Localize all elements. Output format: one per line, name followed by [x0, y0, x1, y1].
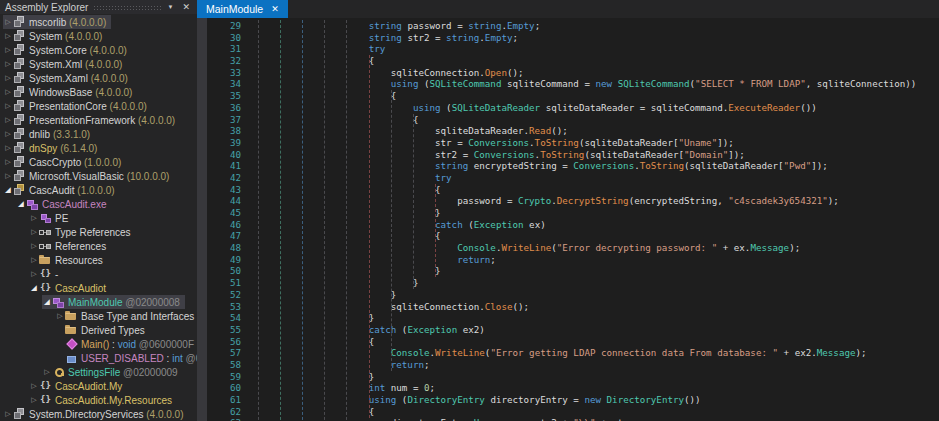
tree-item-content[interactable]: ▷CascAudiot.My.Resources — [29, 393, 177, 407]
tree-item-blank[interactable]: ▷- — [0, 267, 197, 281]
tree-item-presentationframework[interactable]: ▷PresentationFramework (4.0.0.0) — [0, 113, 197, 127]
label-segment: : — [109, 339, 117, 350]
tree-item-content[interactable]: ▷PresentationFramework (4.0.0.0) — [3, 113, 180, 127]
code-token: ( — [396, 394, 407, 405]
tree-item-content[interactable]: ▷Resources — [29, 253, 108, 267]
tree-item-system-xaml[interactable]: ▷System.Xaml (4.0.0.0) — [0, 71, 197, 85]
expander-icon[interactable]: ▷ — [3, 29, 13, 43]
tree-item-cascaudit[interactable]: ◢CascAudit (1.0.0.0) — [0, 183, 197, 197]
tree-item-pe[interactable]: ▷PE — [0, 211, 197, 225]
expander-icon[interactable]: ▷ — [3, 43, 13, 57]
tree-item-content[interactable]: ▷System.DirectoryServices (4.0.0.0) — [3, 407, 189, 421]
tree-item-cascaudiot-my[interactable]: ▷CascAudiot.My — [0, 379, 197, 393]
tree-item-casccrypto[interactable]: ▷CascCrypto (1.0.0.0) — [0, 155, 197, 169]
tree-item-dnspy[interactable]: ▷dnSpy (6.1.4.0) — [0, 141, 197, 155]
tab-close-icon[interactable]: ✕ — [271, 5, 279, 14]
tree-item-content[interactable]: ◢CascAudit.exe — [16, 197, 111, 211]
code-editor[interactable]: 29 string password = string.Empty;30 str… — [197, 18, 939, 421]
expander-icon[interactable]: ◢ — [42, 295, 52, 309]
tree-item-content[interactable]: ▷Type References — [29, 225, 136, 239]
tree-item-microsoft-visualbasic[interactable]: ▷Microsoft.VisualBasic (10.0.0.0) — [0, 169, 197, 183]
tree-item-content[interactable]: ▷System.Xml (4.0.0.0) — [3, 57, 127, 71]
tree-item-content[interactable]: ▷dnlib (3.3.1.0) — [3, 127, 95, 141]
expander-icon[interactable]: ▷ — [29, 393, 39, 407]
tree-item-system-core[interactable]: ▷System.Core (4.0.0.0) — [0, 43, 197, 57]
tree-item-main[interactable]: Main() : void @0600000F — [0, 337, 197, 351]
tree-item-user-disabled[interactable]: USER_DISABLED : int @04 — [0, 351, 197, 365]
expander-icon[interactable]: ◢ — [16, 197, 26, 211]
tree-item-label: System.Xaml (4.0.0.0) — [29, 73, 128, 84]
tree-item-content[interactable]: ▷PE — [29, 211, 73, 225]
tree-item-content[interactable]: ▷Microsoft.VisualBasic (10.0.0.0) — [3, 169, 174, 183]
class-icon — [52, 366, 65, 378]
code-token: directoryEntry. — [258, 417, 474, 421]
tree-item-presentationcore[interactable]: ▷PresentationCore (4.0.0.0) — [0, 99, 197, 113]
tree-item-system[interactable]: ▷System (4.0.0.0) — [0, 29, 197, 43]
expander-icon[interactable]: ▷ — [3, 113, 13, 127]
tree-item-dnlib[interactable]: ▷dnlib (3.3.1.0) — [0, 127, 197, 141]
tree-item-content[interactable]: USER_DISABLED : int @04 — [55, 351, 197, 365]
tree-item-content[interactable]: Derived Types — [55, 323, 150, 337]
expander-icon[interactable]: ▷ — [29, 253, 39, 267]
tree-item-resources[interactable]: ▷Resources — [0, 253, 197, 267]
tree-item-content[interactable]: ▷CascCrypto (1.0.0.0) — [3, 155, 126, 169]
expander-icon[interactable]: ▷ — [3, 57, 13, 71]
panel-menu-caret-icon[interactable]: ▼ — [166, 4, 176, 10]
expander-icon[interactable]: ▷ — [3, 127, 13, 141]
code-token: ( — [418, 78, 429, 89]
tree-item-type-references[interactable]: ▷Type References — [0, 225, 197, 239]
expander-icon[interactable]: ▷ — [3, 15, 13, 29]
tree-item-content[interactable]: ◢MainModule @02000008 — [42, 295, 185, 309]
tree-item-content[interactable]: ▷System (4.0.0.0) — [3, 29, 107, 43]
expander-icon[interactable]: ▷ — [29, 267, 39, 281]
tree-item-references[interactable]: ▷References — [0, 239, 197, 253]
tree-item-content[interactable]: ◢CascAudit (1.0.0.0) — [3, 183, 120, 197]
tree-item-content[interactable]: ▷PresentationCore (4.0.0.0) — [3, 99, 152, 113]
tree-item-content[interactable]: ▷Base Type and Interfaces — [55, 309, 197, 323]
label-segment: (1.0.0.0) — [81, 157, 121, 168]
tree-item-content[interactable]: ▷CascAudiot.My — [29, 379, 127, 393]
expander-icon[interactable]: ▷ — [3, 99, 13, 113]
tree-item-mscorlib[interactable]: ▷mscorlib (4.0.0.0) — [0, 15, 197, 29]
expander-icon[interactable]: ▷ — [29, 211, 39, 225]
expander-icon[interactable]: ▷ — [29, 379, 39, 393]
tree-item-content[interactable]: Main() : void @0600000F — [55, 337, 197, 351]
expander-icon[interactable]: ◢ — [29, 281, 39, 295]
tree-item-content[interactable]: ▷System.Xaml (4.0.0.0) — [3, 71, 133, 85]
expander-icon[interactable]: ▷ — [3, 155, 13, 169]
tree-item-cascaudiot[interactable]: ◢CascAudiot — [0, 281, 197, 295]
expander-icon[interactable]: ▷ — [29, 225, 39, 239]
tree-item-derived-types[interactable]: Derived Types — [0, 323, 197, 337]
tree-item-content[interactable]: ▷WindowsBase (4.0.0.0) — [3, 85, 137, 99]
expander-icon[interactable]: ▷ — [3, 407, 13, 421]
tree-item-content[interactable]: ▷dnSpy (6.1.4.0) — [3, 141, 102, 155]
tree-item-content[interactable]: ▷System.Core (4.0.0.0) — [3, 43, 132, 57]
tree-item-mainmodule[interactable]: ◢MainModule @02000008 — [0, 295, 197, 309]
tree-item-cascaudit-exe[interactable]: ◢CascAudit.exe — [0, 197, 197, 211]
expander-icon[interactable]: ▷ — [42, 365, 52, 379]
expander-icon[interactable]: ▷ — [3, 85, 13, 99]
code-token: = str2 + — [518, 417, 573, 421]
panel-close-icon[interactable]: ✕ — [180, 2, 192, 12]
panel-drag-grip[interactable] — [93, 5, 160, 11]
tree-item-content[interactable]: ◢CascAudiot — [29, 281, 111, 295]
tree-item-content[interactable]: ▷References — [29, 239, 111, 253]
expander-icon[interactable]: ▷ — [3, 169, 13, 183]
tree-item-content[interactable]: ▷mscorlib (4.0.0.0) — [3, 15, 111, 29]
expander-icon[interactable]: ▷ — [29, 239, 39, 253]
tree-item-system-xml[interactable]: ▷System.Xml (4.0.0.0) — [0, 57, 197, 71]
expander-icon[interactable]: ▷ — [3, 71, 13, 85]
tree-item-system-directoryservices[interactable]: ▷System.DirectoryServices (4.0.0.0) — [0, 407, 197, 421]
code-token: { — [258, 90, 396, 101]
tree-item-content[interactable]: ▷SettingsFile @02000009 — [42, 365, 183, 379]
tree-item-windowsbase[interactable]: ▷WindowsBase (4.0.0.0) — [0, 85, 197, 99]
tree-item-cascaudiot-my-resources[interactable]: ▷CascAudiot.My.Resources — [0, 393, 197, 407]
expander-icon[interactable]: ▷ — [3, 141, 13, 155]
code-token: string — [446, 32, 479, 43]
tree-item-content[interactable]: ▷- — [29, 267, 63, 281]
expander-icon[interactable]: ◢ — [3, 183, 13, 197]
expander-icon[interactable]: ▷ — [55, 309, 65, 323]
tab-mainmodule[interactable]: MainModule ✕ — [197, 0, 288, 18]
tree-item-base-type-and-interfaces[interactable]: ▷Base Type and Interfaces — [0, 309, 197, 323]
tree-item-settingsfile[interactable]: ▷SettingsFile @02000009 — [0, 365, 197, 379]
